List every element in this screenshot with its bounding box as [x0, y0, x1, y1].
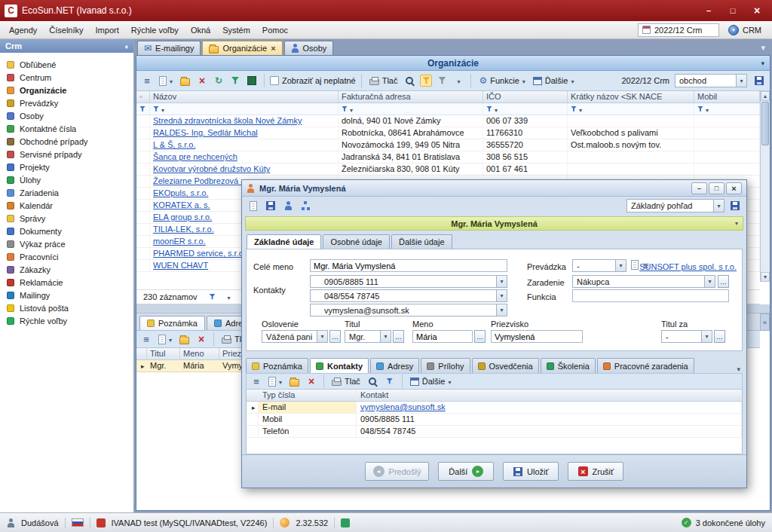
column-header[interactable]: Kontakt — [357, 390, 742, 401]
detail-tab[interactable]: Pracovné zaradenia — [597, 358, 694, 373]
menu-item[interactable]: Číselníky — [43, 23, 89, 37]
role-combo[interactable]: Nákupca — [572, 275, 715, 288]
table-row[interactable]: Stredná zdravotnícka škola Nové Zámky do… — [136, 115, 760, 127]
contact-row[interactable]: Mobil 0905/8885 111 — [247, 414, 742, 426]
title-after-ellipsis-button[interactable] — [714, 330, 725, 343]
sidebar-item[interactable]: Projekty — [0, 161, 133, 173]
export-excel-button[interactable] — [245, 73, 259, 88]
column-header[interactable]: Krátky názov <SK NACE — [568, 91, 694, 102]
filter-columns-button[interactable] — [228, 73, 242, 88]
filter-cell[interactable] — [568, 103, 694, 115]
title-ellipsis-button[interactable] — [393, 330, 404, 343]
show-invalid-checkbox[interactable] — [270, 76, 279, 85]
more-button[interactable]: Ďalšie — [408, 374, 454, 389]
detail-tab[interactable]: Osvedčenia — [472, 358, 539, 373]
organization-name-link[interactable]: Kovotvar výrobné družstvo Kúty — [153, 164, 270, 173]
organization-name-link[interactable]: EKOpuls, s.r.o. — [153, 188, 208, 197]
pin-icon[interactable] — [124, 41, 128, 50]
dialog-tab[interactable]: Ďalšie údaje — [391, 234, 452, 249]
print-button[interactable]: Tlač — [367, 73, 400, 88]
tab-list-dropdown-icon[interactable] — [761, 43, 769, 55]
next-button[interactable]: Ďalší — [438, 462, 494, 481]
function-input[interactable] — [572, 289, 729, 302]
contact-value[interactable]: 0905/8885 111 — [360, 414, 415, 423]
role-ellipsis-button[interactable] — [718, 275, 729, 288]
salutation-ellipsis-button[interactable] — [329, 330, 341, 343]
new-branch-icon[interactable] — [631, 260, 639, 270]
contact-value[interactable]: 048/554 78745 — [360, 427, 415, 436]
menu-item[interactable]: Rýchle voľby — [125, 23, 185, 37]
filter-button[interactable] — [383, 374, 397, 389]
open-record-button[interactable] — [177, 332, 191, 347]
tab-emailings[interactable]: E-mailingy — [137, 41, 201, 55]
sidebar-item[interactable]: Kontaktné čísla — [0, 122, 133, 135]
filter-cell[interactable] — [136, 103, 150, 115]
tab-organizations[interactable]: Organizácie — [202, 41, 282, 55]
column-header[interactable]: Mobil — [694, 91, 760, 102]
edit-filter-button[interactable] — [435, 73, 449, 88]
filter-cell[interactable] — [694, 103, 760, 115]
organization-name-link[interactable]: L & Š, s.r.o. — [153, 140, 195, 149]
sidebar-item[interactable]: Osoby — [0, 109, 133, 122]
company-link[interactable]: SUNSOFT plus spol. s r.o. — [639, 262, 737, 271]
contact-row[interactable]: E-mail vymyslena@sunsoft.sk — [247, 402, 742, 414]
view-combo[interactable]: obchod — [675, 74, 747, 87]
save-view-button[interactable] — [752, 73, 766, 88]
organization-name-link[interactable]: RALDES- Ing. Sedlár Michal — [153, 128, 258, 137]
contact-phone-combo[interactable]: 048/554 78745 — [310, 289, 507, 302]
close-button[interactable] — [746, 3, 767, 18]
full-name-input[interactable] — [310, 259, 507, 272]
functions-button[interactable]: Funkcie — [476, 73, 527, 88]
surname-input[interactable] — [491, 330, 583, 343]
filter-cell[interactable] — [483, 103, 568, 115]
menu-item[interactable]: Okná — [185, 23, 216, 37]
save-button[interactable]: Uložiť — [503, 462, 559, 481]
table-row[interactable]: RALDES- Ing. Sedlár Michal Robotnícka, 0… — [136, 127, 760, 139]
tab-overflow-icon[interactable] — [734, 365, 743, 373]
sidebar-item[interactable]: Reklamácie — [0, 276, 133, 289]
filter-icon[interactable] — [210, 294, 216, 300]
tasks-status[interactable]: 3 dokončené úlohy — [696, 518, 765, 527]
contact-email-combo[interactable]: vymyslena@sunsoft.sk — [310, 304, 507, 316]
column-header[interactable]: Názov — [150, 91, 339, 102]
column-header[interactable]: IČO — [483, 91, 568, 102]
column-header[interactable]: Meno — [180, 348, 219, 359]
scrollbar-thumb[interactable] — [761, 102, 769, 145]
crm-module-button[interactable]: CRM — [725, 23, 764, 37]
menu-icon[interactable] — [250, 374, 263, 389]
filter-cell[interactable] — [339, 103, 483, 115]
sidebar-item[interactable]: Dokumenty — [0, 225, 133, 237]
salutation-combo[interactable]: Vážená pani — [262, 330, 328, 343]
dialog-close-button[interactable] — [726, 182, 742, 194]
sidebar-item[interactable]: Rýchle voľby — [0, 314, 133, 327]
previous-button[interactable]: Predošlý — [365, 462, 430, 481]
detail-tab[interactable]: Prílohy — [421, 358, 470, 373]
sidebar-item[interactable]: Zariadenia — [0, 186, 133, 199]
sidebar-item[interactable]: Prevádzky — [0, 96, 133, 109]
delete-record-button[interactable] — [195, 73, 209, 88]
filter-dropdown-icon[interactable] — [452, 73, 465, 88]
dialog-tab[interactable]: Základné údaje — [247, 234, 321, 249]
active-filter-button[interactable] — [420, 75, 432, 87]
organization-name-link[interactable]: ELA group s.r.o. — [153, 212, 212, 222]
table-row[interactable]: Šanca pre nechcených Jadranská 34, 841 0… — [136, 151, 760, 164]
column-header[interactable]: Typ čísla — [259, 390, 357, 401]
language-flag-icon[interactable] — [72, 518, 84, 527]
cancel-button[interactable]: Zrušiť — [568, 462, 623, 481]
hierarchy-button[interactable] — [299, 198, 312, 213]
sidebar-item[interactable]: Správy — [0, 212, 133, 225]
tab-close-icon[interactable] — [271, 44, 275, 53]
menu-icon[interactable] — [140, 73, 154, 88]
search-button[interactable] — [366, 374, 380, 389]
menu-item[interactable]: Systém — [216, 23, 256, 37]
organization-name-link[interactable]: Šanca pre nechcených — [153, 152, 237, 161]
dialog-maximize-button[interactable] — [709, 182, 725, 194]
menu-item[interactable]: Pomoc — [256, 23, 294, 37]
sidebar-item[interactable]: Výkaz práce — [0, 237, 133, 250]
save-button[interactable] — [264, 198, 277, 213]
menu-icon[interactable] — [139, 332, 153, 347]
organization-name-link[interactable]: moonER s.r.o. — [153, 237, 206, 246]
period-selector[interactable]: 2022/12 Crm — [638, 23, 719, 37]
save-view-button[interactable] — [728, 198, 742, 213]
title-combo[interactable]: Mgr. — [345, 330, 391, 343]
